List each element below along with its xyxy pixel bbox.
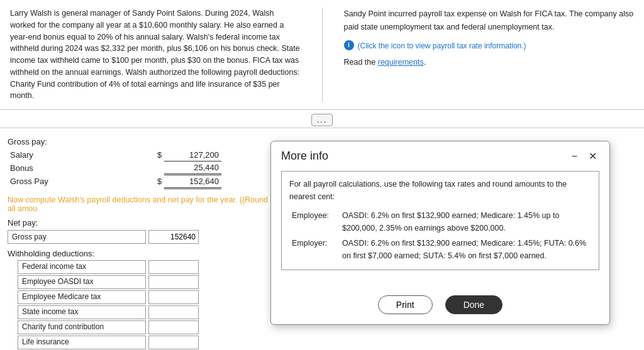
top-section: Larry Walsh is general manager of Sandy … [0,0,644,110]
modal-title: More info [281,150,328,163]
employer-rate-row: Employer: OASDI: 6.2% on first $132,900 … [289,236,591,263]
tax-info-box: For all payroll calculations, use the fo… [281,171,599,270]
employee-oasdi-row: Employee OASDI tax [8,275,272,289]
modal-controls: − ✕ [569,149,599,163]
employee-oasdi-label: Employee OASDI tax [18,275,146,289]
info-icon[interactable]: i [344,40,354,50]
salary-amount: 127,200 [164,149,221,161]
requirements-link[interactable]: requirements [378,58,424,67]
print-button[interactable]: Print [378,295,433,314]
gross-pay-label-box: Gross pay [8,230,146,244]
gross-pay-heading: Gross pay: [8,137,272,146]
grosspay-dollar: $ [150,175,165,189]
modal-body: For all payroll calculations, use the fo… [271,168,609,290]
tax-rates-table: Employee: OASDI: 6.2% on first $132,900 … [289,208,591,263]
problem-description: Larry Walsh is general manager of Sandy … [10,9,300,100]
charity-fund-row: Charity fund contribution [8,320,272,334]
life-insurance-label: Life insurance [18,336,146,349]
employer-text: OASDI: 6.2% on first $132,900 earned; Me… [340,236,591,263]
grosspay-row: Gross Pay $ 152,640 [8,175,221,189]
right-description: Sandy Point incurred payroll tax expense… [338,8,635,102]
compute-text: Now compute Walsh's payroll deductions a… [8,195,272,213]
federal-income-tax-input[interactable] [148,260,199,274]
right-main-text: Sandy Point incurred payroll tax expense… [344,8,635,35]
info-row: i (Click the icon to view payroll tax ra… [344,40,635,52]
salary-label: Salary [8,149,150,161]
bonus-label: Bonus [8,161,150,175]
gross-pay-value-input[interactable] [148,230,199,244]
employee-label: Employee: [289,208,340,236]
state-income-tax-input[interactable] [148,305,199,319]
federal-income-tax-label: Federal income tax [18,260,146,274]
modal-header: More info − ✕ [271,141,609,168]
charity-fund-label: Charity fund contribution [18,320,146,334]
modal-footer: Print Done [271,290,609,324]
bonus-dollar [150,161,165,175]
life-insurance-row: Life insurance [8,336,272,349]
bonus-amount: 25,440 [164,161,221,175]
employer-label: Employer: [289,236,340,263]
divider [322,8,323,102]
bonus-row: Bonus 25,440 [8,161,221,175]
net-pay-heading: Net pay: [8,218,272,227]
left-panel: Gross pay: Salary $ 127,200 Bonus 25,440… [8,137,272,350]
info-click-text: (Click the icon to view payroll tax rate… [358,40,526,52]
problem-text: Larry Walsh is general manager of Sandy … [10,8,307,102]
grosspay-amount: 152,640 [164,175,221,189]
employee-medicare-input[interactable] [148,290,199,304]
charity-fund-input[interactable] [148,320,199,334]
employee-oasdi-input[interactable] [148,275,199,289]
tax-info-header: For all payroll calculations, use the fo… [289,178,591,203]
federal-income-tax-row: Federal income tax [8,260,272,274]
state-income-tax-row: State income tax [8,305,272,319]
employee-medicare-label: Employee Medicare tax [18,290,146,304]
state-income-tax-label: State income tax [18,305,146,319]
more-info-modal: More info − ✕ For all payroll calculatio… [270,141,610,325]
grosspay-label: Gross Pay [8,175,150,189]
modal-minimize-button[interactable]: − [569,150,580,163]
salary-row: Salary $ 127,200 [8,149,221,161]
done-button[interactable]: Done [445,295,502,314]
life-insurance-input[interactable] [148,336,199,349]
withholding-heading: Withholding deductions: [8,249,272,258]
gross-pay-input-row: Gross pay [8,230,272,244]
read-requirements: Read the requirements. [344,56,635,69]
main-area: Gross pay: Salary $ 127,200 Bonus 25,440… [0,128,644,350]
employee-medicare-row: Employee Medicare tax [8,290,272,304]
employee-rate-row: Employee: OASDI: 6.2% on first $132,900 … [289,208,591,236]
more-button[interactable]: ... [311,114,333,126]
more-button-row: ... [0,110,644,128]
salary-dollar: $ [150,149,165,161]
modal-close-button[interactable]: ✕ [586,149,599,163]
gross-pay-table: Salary $ 127,200 Bonus 25,440 Gross Pay … [8,149,221,189]
employee-text: OASDI: 6.2% on first $132,900 earned; Me… [340,208,591,236]
